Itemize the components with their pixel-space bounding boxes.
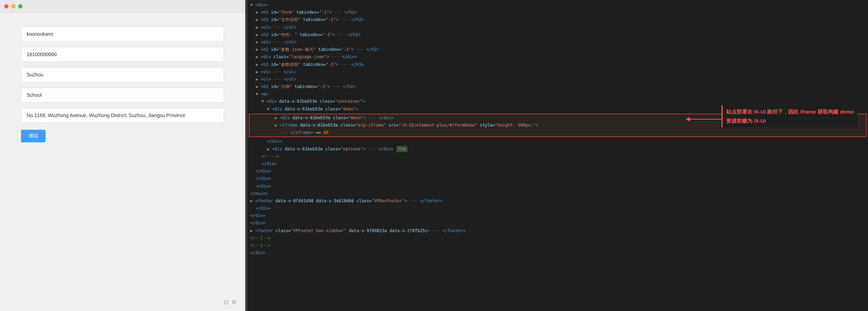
code-line: ▶ <footer class="VPFooter has-sidebar" d… [247,227,868,235]
code-line: ▶ <div data-v-61beb53e class="options"> … [247,146,868,153]
field-city[interactable] [21,67,224,82]
code-line: ▶ <h2 id="示例" tabindex="-1"> ··· </h2> [247,83,868,90]
annotation-line1: 站点部署在 /X-UI 路径下，因此 iframe 获取构建 demo [726,107,854,116]
code-line: ▶ <div class="language-json"> ··· </div> [247,53,868,61]
field-school[interactable] [21,88,224,102]
code-line: </div> [247,168,868,175]
code-line: </div> [247,160,868,168]
annotation-container: 站点部署在 /X-UI 路径下，因此 iframe 获取构建 demo 资源前缀… [722,105,857,127]
code-line: ▼ <p> [247,90,868,98]
code-line: ▶ <h2 id="特性: " tabindex="-1"> ··· </h2> [247,31,868,39]
title-bar [0,0,245,13]
test-button[interactable]: 测试 [21,130,46,142]
annotation-arrow [683,109,725,130]
code-line: <!--]--> [247,242,868,249]
expand-icon[interactable]: ⊡ [224,299,228,305]
code-line: ▶ <ul> ··· </ul> [247,76,868,83]
copy-icon[interactable]: ⧉ [232,299,236,305]
code-line: </div> [247,205,868,212]
code-line: </div> [247,183,868,190]
code-line: ▶ <ol> ··· </ol> [247,68,868,76]
minimize-button[interactable] [11,4,15,8]
code-line: </div> [247,175,868,182]
code-line: ▼ <div> [247,1,868,9]
code-line: ▶ <h2 id="参数-json-格式" tabindex="-1"> ···… [247,46,868,53]
devtools-panel: ▼ <div> ▶ <h1 id="form" tabindex="-1"> ·… [247,0,868,311]
bottom-icons: ⊡ ⧉ [224,299,239,305]
maximize-button[interactable] [18,4,22,8]
code-line: ▶ <h1 id="form" tabindex="-1"> ··· </h1> [247,9,868,16]
annotation-text: 站点部署在 /X-UI 路径下，因此 iframe 获取构建 demo 资源前缀… [722,105,857,127]
code-line: ▼ <div data-v-61beb53e class="container"… [247,98,868,105]
code-line: ▶ <h3 id="参数说明" tabindex="-1"> ··· </h3> [247,61,868,68]
code-line: </div> [247,219,868,227]
code-line: ▶ <ol> ··· </ol> [247,39,868,46]
code-line: ▶ <h2 id="文件说明" tabindex="-1"> ··· </h2> [247,16,868,23]
code-line-iframe-close: ··· </iframe> == $0 [250,129,866,136]
code-line: ▶ <footer data-v-0fd41498 data-v-3eb18d6… [247,197,868,205]
field-username[interactable] [21,27,224,41]
form-content: 测试 [0,13,245,311]
field-phone[interactable] [21,47,224,62]
code-line: </main> [247,190,868,197]
code-line: <!----> [247,153,868,160]
code-line: </div> [247,249,868,257]
close-button[interactable] [4,4,8,8]
annotation-line2: 资源前缀为 /X-UI [726,116,854,126]
field-address[interactable] [21,108,224,123]
code-line: </div> [247,138,868,145]
left-panel: 测试 ⊡ ⧉ [0,0,245,311]
code-line: </div> [247,212,868,219]
code-line: ▶ <ul> ··· </ul> [247,24,868,31]
code-line: <!--[--> [247,235,868,242]
